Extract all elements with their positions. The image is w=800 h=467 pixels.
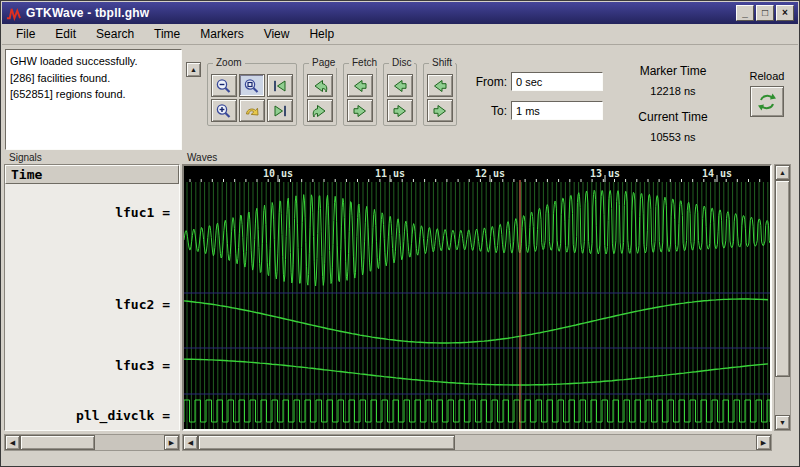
fetch-group-label: Fetch [349, 57, 380, 68]
scroll-down-button[interactable]: ▼ [775, 415, 790, 430]
signal-lfuc1[interactable]: lfuc1 = [115, 205, 170, 220]
menu-view[interactable]: View [254, 24, 300, 44]
scrollbar-track[interactable] [775, 180, 790, 415]
signals-horizontal-scrollbar[interactable]: ◀ ▶ [4, 434, 180, 451]
menu-edit[interactable]: Edit [45, 24, 86, 44]
disc-left-button[interactable] [387, 74, 413, 97]
gtkwave-logo-icon [6, 6, 21, 21]
zoom-group-label: Zoom [213, 57, 245, 68]
reload-label: Reload [742, 70, 792, 82]
zoom-fit-button[interactable] [239, 74, 265, 97]
shift-group-label: Shift [429, 57, 455, 68]
fetch-right-button[interactable] [347, 99, 373, 122]
maximize-icon: □ [762, 8, 768, 18]
to-input[interactable] [511, 101, 603, 120]
zoom-to-start-button[interactable] [267, 74, 293, 97]
menu-markers[interactable]: Markers [190, 24, 253, 44]
up-arrow-icon: ▲ [190, 66, 197, 73]
fetch-left-button[interactable] [347, 74, 373, 97]
message-line: GHW loaded successfully. [10, 53, 177, 70]
to-label: To: [469, 104, 507, 118]
message-line: [652851] regions found. [10, 86, 177, 103]
right-arrow-icon [391, 103, 409, 119]
timeline-label: 10 us [263, 168, 293, 179]
shift-group: Shift [423, 63, 457, 126]
scrollbar-thumb[interactable] [775, 180, 790, 377]
zoom-out-icon [215, 78, 233, 94]
time-range: From: To: [469, 72, 603, 120]
signal-pll-divclk[interactable]: pll_divclk = [76, 408, 170, 423]
minimize-button[interactable]: _ [736, 5, 754, 21]
scroll-left-button[interactable]: ◀ [183, 435, 198, 450]
message-line: [286] facilities found. [10, 70, 177, 87]
undo-arrow-icon [243, 103, 261, 119]
from-input[interactable] [511, 72, 603, 91]
minimize-icon: _ [742, 8, 748, 18]
waves-panel: 10 us 11 us 12 us 13 us 14 us [182, 164, 772, 431]
waveform-canvas[interactable]: 10 us 11 us 12 us 13 us 14 us [184, 166, 770, 429]
signals-panel: Time lfuc1 = lfuc2 = lfuc3 = pll_divclk … [4, 164, 180, 431]
disc-right-button[interactable] [387, 99, 413, 122]
shift-right-button[interactable] [427, 99, 453, 122]
left-arrow-icon: ◀ [10, 439, 15, 446]
signals-panel-label: Signals [9, 152, 42, 163]
zoom-undo-button[interactable] [239, 99, 265, 122]
time-column-header[interactable]: Time [5, 165, 179, 184]
zoom-group: Zoom [207, 63, 297, 126]
reload-button[interactable] [750, 86, 784, 117]
page-left-button[interactable] [307, 74, 333, 97]
timeline-label: 13 us [590, 168, 620, 179]
up-arrow-icon: ▲ [779, 169, 786, 176]
scroll-right-button[interactable]: ▶ [164, 435, 179, 450]
close-button[interactable]: × [776, 5, 794, 21]
menu-bar: File Edit Search Time Markers View Help [2, 24, 798, 45]
page-left-icon [311, 78, 329, 94]
window-controls: _ □ × [736, 5, 794, 21]
zoom-in-button[interactable] [211, 99, 237, 122]
scrollbar-thumb[interactable] [198, 435, 455, 450]
left-arrow-icon: ◀ [188, 439, 193, 446]
scrollbar-track[interactable] [20, 435, 164, 450]
shift-left-button[interactable] [427, 74, 453, 97]
page-group: Page [303, 63, 337, 126]
timeline-label: 11 us [375, 168, 405, 179]
zoom-in-icon [215, 103, 233, 119]
scroll-right-button[interactable]: ▶ [756, 435, 771, 450]
maximize-button[interactable]: □ [756, 5, 774, 21]
disc-group: Disc [383, 63, 417, 126]
fetch-group: Fetch [343, 63, 377, 126]
from-label: From: [469, 75, 507, 89]
arrow-to-end-icon [271, 103, 289, 119]
waves-horizontal-scrollbar[interactable]: ◀ ▶ [182, 434, 772, 451]
menu-help[interactable]: Help [299, 24, 344, 44]
scroll-up-button[interactable]: ▲ [775, 165, 790, 180]
scrollbar-track[interactable] [198, 435, 756, 450]
timeline-label: 12 us [475, 168, 505, 179]
scrollbar-thumb[interactable] [20, 435, 95, 450]
message-scroll-up-button[interactable]: ▲ [186, 62, 201, 77]
menu-file[interactable]: File [6, 24, 45, 44]
menu-search[interactable]: Search [86, 24, 144, 44]
waves-vertical-scrollbar[interactable]: ▲ ▼ [774, 164, 791, 431]
arrow-to-start-icon [271, 78, 289, 94]
title-bar: GTKWave - tbpll.ghw _ □ × [2, 2, 798, 24]
menu-time[interactable]: Time [144, 24, 190, 44]
left-arrow-icon [431, 78, 449, 94]
time-readouts: Marker Time 12218 ns Current Time 10553 … [618, 64, 728, 156]
toolbar: Zoom [207, 58, 603, 126]
page-right-button[interactable] [307, 99, 333, 122]
message-log: GHW loaded successfully. [286] facilitie… [5, 49, 182, 150]
zoom-out-button[interactable] [211, 74, 237, 97]
left-arrow-icon [351, 78, 369, 94]
scroll-left-button[interactable]: ◀ [5, 435, 20, 450]
current-time-value: 10553 ns [618, 131, 728, 143]
signal-lfuc3[interactable]: lfuc3 = [115, 358, 170, 373]
left-arrow-icon [391, 78, 409, 94]
page-group-label: Page [309, 57, 338, 68]
right-arrow-icon [431, 103, 449, 119]
right-arrow-icon: ▶ [169, 439, 174, 446]
signal-list: lfuc1 = lfuc2 = lfuc3 = pll_divclk = [5, 184, 179, 429]
waves-panel-label: Waves [187, 152, 217, 163]
zoom-to-end-button[interactable] [267, 99, 293, 122]
signal-lfuc2[interactable]: lfuc2 = [115, 297, 170, 312]
